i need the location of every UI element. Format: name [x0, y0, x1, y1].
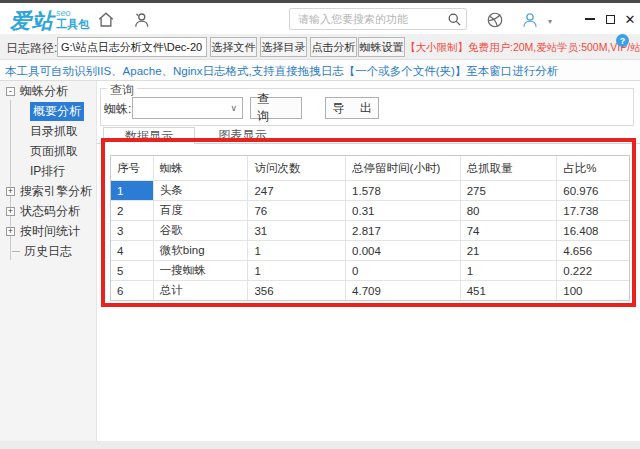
- help-icon[interactable]: ?: [616, 34, 629, 47]
- select-file-button[interactable]: 选择文件: [210, 37, 257, 57]
- sidebar-item-page-crawl[interactable]: 页面抓取: [0, 141, 97, 161]
- table-row-total[interactable]: 6 总计 356 4.709 451 100: [111, 280, 629, 300]
- titlebar: 爱站 seo 工具包 ▾ ✕: [0, 3, 640, 34]
- sidebar-item-time-statistics[interactable]: + 按时间统计: [0, 221, 97, 241]
- chevron-down-icon: ∨: [230, 103, 237, 113]
- logo-text-seo: seo: [56, 9, 89, 18]
- tab-chart-display[interactable]: 图表显示: [195, 127, 290, 144]
- sidebar-item-status-code-analysis[interactable]: + 状态码分析: [0, 201, 97, 221]
- bottom-strip: [0, 441, 640, 449]
- logo-text-toolkit: 工具包: [56, 19, 89, 30]
- col-header-visits[interactable]: 访问次数: [247, 156, 345, 180]
- table-row[interactable]: 2 百度 76 0.31 80 17.738: [111, 200, 629, 220]
- sidebar-item-directory-crawl[interactable]: 目录抓取: [0, 121, 97, 141]
- close-button[interactable]: ✕: [622, 11, 638, 27]
- minimize-button[interactable]: [582, 11, 598, 27]
- sidebar-item-search-engine-analysis[interactable]: + 搜索引擎分析: [0, 181, 97, 201]
- analyze-button[interactable]: 点击分析: [310, 37, 357, 57]
- search-input[interactable]: [298, 13, 447, 25]
- user-account-icon[interactable]: [521, 11, 539, 29]
- export-button[interactable]: 导 出: [325, 97, 379, 119]
- spider-combobox[interactable]: ∨: [132, 97, 243, 119]
- search-icon[interactable]: [447, 12, 462, 27]
- drag-drop-hint-text: 本工具可自动识别IIS、Apache、Nginx日志格式,支持直接拖拽日志【一个…: [5, 64, 558, 79]
- table-row[interactable]: 4 微软bing 1 0.004 21 4.656: [111, 240, 629, 260]
- expand-icon[interactable]: +: [6, 187, 15, 196]
- skin-globe-icon[interactable]: [486, 11, 504, 29]
- select-directory-button[interactable]: 选择目录: [260, 37, 307, 57]
- tree-leaf-dash: [12, 251, 20, 252]
- selected-cell[interactable]: 1: [111, 181, 153, 200]
- col-header-stay-time[interactable]: 总停留时间(小时): [345, 156, 460, 180]
- app-logo: 爱站 seo 工具包: [10, 7, 89, 35]
- sidebar-item-summary-analysis[interactable]: 概要分析: [0, 101, 97, 121]
- table-row[interactable]: 5 一搜蜘蛛 1 0 1 0.222: [111, 260, 629, 280]
- spider-settings-button[interactable]: 蜘蛛设置: [358, 37, 405, 57]
- table-row[interactable]: 3 谷歌 31 2.817 74 16.408: [111, 220, 629, 240]
- col-header-index[interactable]: 序号: [111, 156, 153, 180]
- expand-icon[interactable]: +: [6, 227, 15, 236]
- col-header-spider[interactable]: 蜘蛛: [153, 156, 248, 180]
- expand-icon[interactable]: +: [6, 207, 15, 216]
- sidebar-item-history-logs[interactable]: 历史日志: [0, 241, 97, 261]
- sidebar-tree: - 蜘蛛分析 概要分析 目录抓取 页面抓取 IP排行 + 搜索引擎分析 + 状态…: [0, 81, 97, 449]
- function-search: [289, 8, 467, 30]
- col-header-crawl-volume[interactable]: 总抓取量: [460, 156, 557, 180]
- contact-icon[interactable]: [132, 11, 150, 29]
- user-dropdown-caret[interactable]: ▾: [548, 17, 552, 26]
- home-icon[interactable]: [97, 11, 115, 29]
- table-row[interactable]: 1 头条 247 1.578 275 60.976: [111, 180, 629, 200]
- maximize-button[interactable]: [602, 11, 618, 27]
- collapse-icon[interactable]: -: [6, 87, 15, 96]
- logo-text-main: 爱站: [10, 7, 54, 35]
- spider-select-label: 蜘蛛:: [104, 101, 131, 118]
- sidebar-item-ip-ranking[interactable]: IP排行: [0, 161, 97, 181]
- col-header-percentage[interactable]: 占比%: [556, 156, 629, 180]
- log-path-label: 日志路径:: [6, 40, 57, 57]
- table-header-row: 序号 蜘蛛 访问次数 总停留时间(小时) 总抓取量 占比%: [111, 156, 629, 180]
- log-path-input[interactable]: [57, 37, 207, 57]
- query-button[interactable]: 查 询: [250, 97, 302, 119]
- sidebar-item-spider-analysis[interactable]: - 蜘蛛分析: [0, 81, 97, 101]
- spider-stats-table: 序号 蜘蛛 访问次数 总停留时间(小时) 总抓取量 占比% 1 头条 247 1…: [110, 155, 630, 301]
- size-limit-text: 【大小限制】免费用户:20M,爱站学员:500M,VIP/站群用户:无限制: [405, 41, 640, 55]
- tab-data-display[interactable]: 数据显示: [103, 127, 195, 144]
